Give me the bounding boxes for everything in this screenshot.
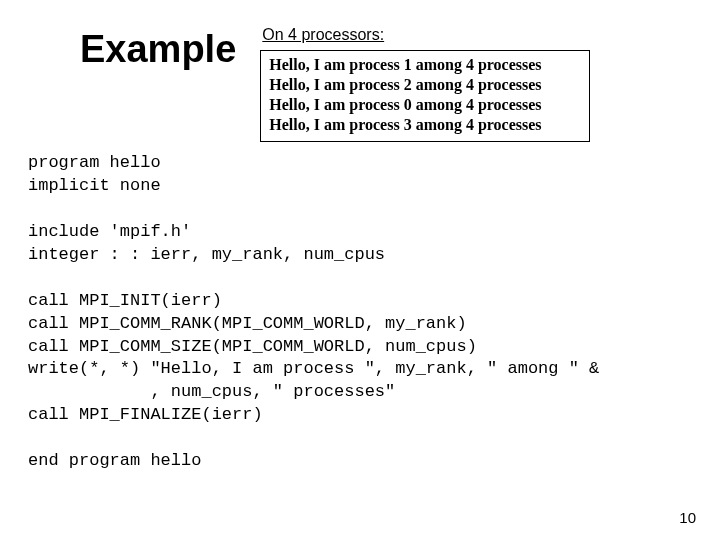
code-line: integer : : ierr, my_rank, num_cpus bbox=[28, 245, 385, 264]
code-line: include 'mpif.h' bbox=[28, 222, 191, 241]
output-column: On 4 processors: Hello, I am process 1 a… bbox=[260, 26, 692, 142]
header-row: Example On 4 processors: Hello, I am pro… bbox=[28, 24, 692, 142]
code-line: program hello bbox=[28, 153, 161, 172]
output-line: Hello, I am process 3 among 4 processes bbox=[269, 115, 581, 135]
code-line: call MPI_INIT(ierr) bbox=[28, 291, 222, 310]
output-line: Hello, I am process 2 among 4 processes bbox=[269, 75, 581, 95]
code-line: end program hello bbox=[28, 451, 201, 470]
code-line: call MPI_FINALIZE(ierr) bbox=[28, 405, 263, 424]
output-line: Hello, I am process 0 among 4 processes bbox=[269, 95, 581, 115]
code-line: call MPI_COMM_RANK(MPI_COMM_WORLD, my_ra… bbox=[28, 314, 467, 333]
page-number: 10 bbox=[679, 509, 696, 526]
code-block: program hello implicit none include 'mpi… bbox=[28, 152, 692, 473]
code-line: write(*, *) "Hello, I am process ", my_r… bbox=[28, 359, 599, 378]
output-box: Hello, I am process 1 among 4 processes … bbox=[260, 50, 590, 142]
output-heading: On 4 processors: bbox=[262, 26, 692, 44]
code-line: , num_cpus, " processes" bbox=[28, 382, 395, 401]
output-line: Hello, I am process 1 among 4 processes bbox=[269, 55, 581, 75]
code-line: call MPI_COMM_SIZE(MPI_COMM_WORLD, num_c… bbox=[28, 337, 477, 356]
slide-title: Example bbox=[80, 28, 236, 71]
code-line: implicit none bbox=[28, 176, 161, 195]
